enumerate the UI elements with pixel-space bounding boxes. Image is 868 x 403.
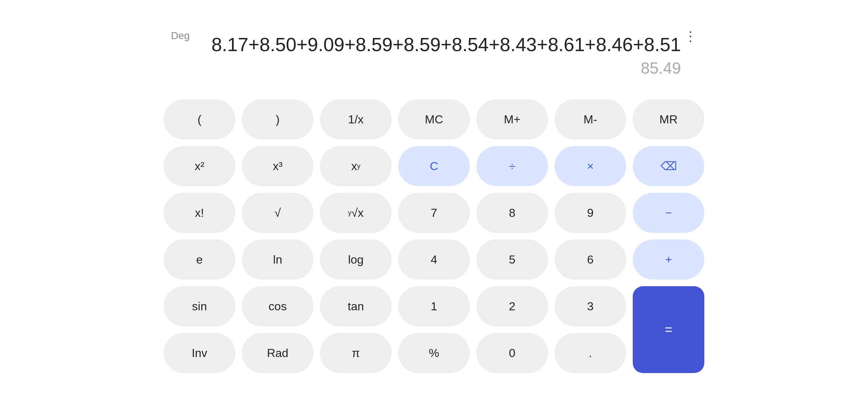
eight-button[interactable]: 8 bbox=[476, 193, 548, 233]
tan-button[interactable]: tan bbox=[320, 286, 392, 326]
memory-subtract-button[interactable]: M- bbox=[555, 99, 626, 139]
cos-button[interactable]: cos bbox=[242, 286, 313, 326]
inv-button[interactable]: Inv bbox=[164, 333, 235, 373]
reciprocal-button[interactable]: 1/x bbox=[320, 99, 392, 139]
result-display: 85.49 bbox=[171, 59, 697, 81]
equals-button[interactable]: = bbox=[633, 286, 704, 373]
four-button[interactable]: 4 bbox=[398, 239, 470, 280]
clear-button[interactable]: C bbox=[398, 146, 470, 186]
log-button[interactable]: log bbox=[320, 239, 392, 280]
euler-button[interactable]: e bbox=[164, 239, 235, 280]
more-menu-icon[interactable]: ⋮ bbox=[684, 30, 697, 43]
three-button[interactable]: 3 bbox=[555, 286, 626, 326]
ln-button[interactable]: ln bbox=[242, 239, 313, 280]
nine-button[interactable]: 9 bbox=[555, 193, 626, 233]
open-paren-button[interactable]: ( bbox=[164, 99, 235, 139]
zero-button[interactable]: 0 bbox=[476, 333, 548, 373]
plus-button[interactable]: + bbox=[633, 239, 704, 280]
button-grid: ( ) 1/x MC M+ M- MR x² x³ xy C ÷ × ⌫ x! … bbox=[164, 99, 704, 373]
sqrt-button[interactable]: √ bbox=[242, 193, 313, 233]
divide-button[interactable]: ÷ bbox=[476, 146, 548, 186]
calculator: Deg ⋮ 8.17+8.50+9.09+8.59+8.59+8.54+8.43… bbox=[142, 8, 726, 395]
close-paren-button[interactable]: ) bbox=[242, 99, 313, 139]
square-button[interactable]: x² bbox=[164, 146, 235, 186]
five-button[interactable]: 5 bbox=[476, 239, 548, 280]
power-button[interactable]: xy bbox=[320, 146, 392, 186]
sin-button[interactable]: sin bbox=[164, 286, 235, 326]
rad-button[interactable]: Rad bbox=[242, 333, 313, 373]
factorial-button[interactable]: x! bbox=[164, 193, 235, 233]
display-area: Deg ⋮ 8.17+8.50+9.09+8.59+8.59+8.54+8.43… bbox=[164, 23, 704, 85]
deg-label: Deg bbox=[171, 30, 190, 42]
memory-recall-button[interactable]: MR bbox=[633, 99, 704, 139]
six-button[interactable]: 6 bbox=[555, 239, 626, 280]
two-button[interactable]: 2 bbox=[476, 286, 548, 326]
backspace-button[interactable]: ⌫ bbox=[633, 146, 704, 186]
cube-button[interactable]: x³ bbox=[242, 146, 313, 186]
expression-display: 8.17+8.50+9.09+8.59+8.59+8.54+8.43+8.61+… bbox=[171, 30, 697, 59]
minus-button[interactable]: − bbox=[633, 193, 704, 233]
pi-button[interactable]: π bbox=[320, 333, 392, 373]
decimal-button[interactable]: . bbox=[555, 333, 626, 373]
seven-button[interactable]: 7 bbox=[398, 193, 470, 233]
memory-add-button[interactable]: M+ bbox=[476, 99, 548, 139]
one-button[interactable]: 1 bbox=[398, 286, 470, 326]
percent-button[interactable]: % bbox=[398, 333, 470, 373]
yroot-button[interactable]: y√x bbox=[320, 193, 392, 233]
multiply-button[interactable]: × bbox=[555, 146, 626, 186]
memory-clear-button[interactable]: MC bbox=[398, 99, 470, 139]
